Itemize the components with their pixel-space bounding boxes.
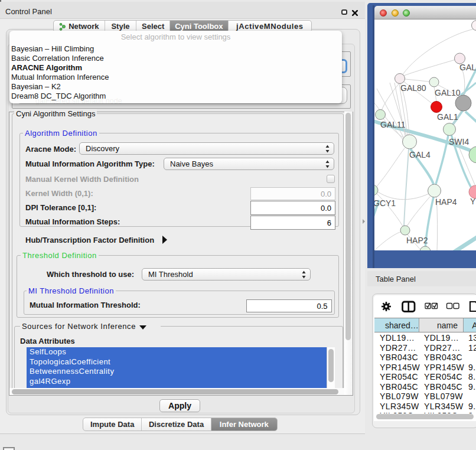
svg-text:SWI4: SWI4 <box>449 137 469 146</box>
svg-text:HAP4: HAP4 <box>435 197 457 207</box>
svg-text:GCY1: GCY1 <box>374 198 396 208</box>
svg-text:GAL11: GAL11 <box>380 120 406 129</box>
svg-text:HAP2: HAP2 <box>406 236 428 245</box>
svg-text:GAL80: GAL80 <box>400 83 426 93</box>
svg-text:GAL1: GAL1 <box>437 112 458 122</box>
svg-text:Y: Y <box>470 197 476 206</box>
svg-text:GAL4: GAL4 <box>409 150 431 159</box>
svg-text:GAL10: GAL10 <box>435 88 461 97</box>
svg-text:GAL7: GAL7 <box>459 63 476 72</box>
